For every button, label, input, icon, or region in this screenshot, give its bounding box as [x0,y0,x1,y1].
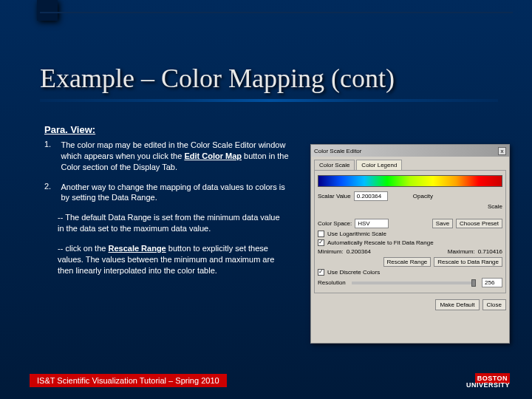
resolution-slider[interactable] [352,282,476,284]
tab-color-scale[interactable]: Color Scale [314,160,355,170]
auto-rescale-label: Automatically Rescale to Fit Data Range [327,239,434,246]
maximum-label: Maximum: [448,248,475,255]
color-gradient-bar[interactable] [318,175,502,187]
auto-rescale-checkbox[interactable] [318,239,324,246]
body-text: Para. View: 1. The color map may be edit… [44,124,303,284]
resolution-label: Resolution [318,279,346,286]
color-scale-editor-window: Color Scale Editor x Color Scale Color L… [310,144,510,344]
colorspace-select[interactable]: HSV [355,219,389,228]
list-item: The color map may be edited in the Color… [61,140,290,173]
scale-label: Scale [488,203,502,210]
rescale-to-data-button[interactable]: Rescale to Data Range [434,257,502,267]
window-titlebar[interactable]: Color Scale Editor x [311,145,509,157]
scalar-value-label: Scalar Value [318,193,351,200]
scalar-value-field[interactable]: 0.200364 [354,191,388,201]
window-title: Color Scale Editor [314,148,361,154]
colorspace-label: Color Space: [318,220,352,227]
make-default-button[interactable]: Make Default [435,299,479,310]
note: -- click on the Rescale Range button to … [58,243,287,276]
corner-accent [37,0,58,21]
close-button[interactable]: Close [482,299,506,310]
slide-title: Example – Color Mapping (cont) [40,63,395,94]
rescale-range-button[interactable]: Rescale Range [383,257,432,267]
log-scale-label: Use Logarithmic Scale [327,231,386,237]
discrete-colors-checkbox[interactable] [318,269,324,276]
note: -- The default Data Range is set from th… [58,212,287,234]
list-number: 1. [44,140,58,149]
log-scale-checkbox[interactable] [318,231,324,237]
opacity-label: Opacity [413,193,433,200]
footer-banner: IS&T Scientific Visualization Tutorial –… [30,374,227,387]
list-number: 2. [44,182,58,191]
rescale-range-ref: Rescale Range [108,244,166,253]
title-underline [40,99,498,102]
discrete-colors-label: Use Discrete Colors [327,269,380,276]
save-button[interactable]: Save [432,219,453,228]
tab-color-legend[interactable]: Color Legend [356,160,402,170]
minimum-value: 0.200364 [347,248,371,255]
minimum-label: Minimum: [318,248,344,255]
resolution-field[interactable]: 256 [482,278,502,287]
subheading: Para. View: [44,124,303,135]
list-item: Another way to change the mapping of dat… [61,182,290,204]
maximum-value: 0.710416 [478,248,502,255]
tab-body: Scalar Value 0.200364 Opacity Scale Colo… [314,170,506,293]
boston-university-logo: BOSTON UNIVERSITY [466,375,510,389]
choose-preset-button[interactable]: Choose Preset [456,219,502,228]
close-icon[interactable]: x [498,147,506,155]
divider [40,12,513,13]
edit-color-map-ref: Edit Color Map [184,151,242,160]
